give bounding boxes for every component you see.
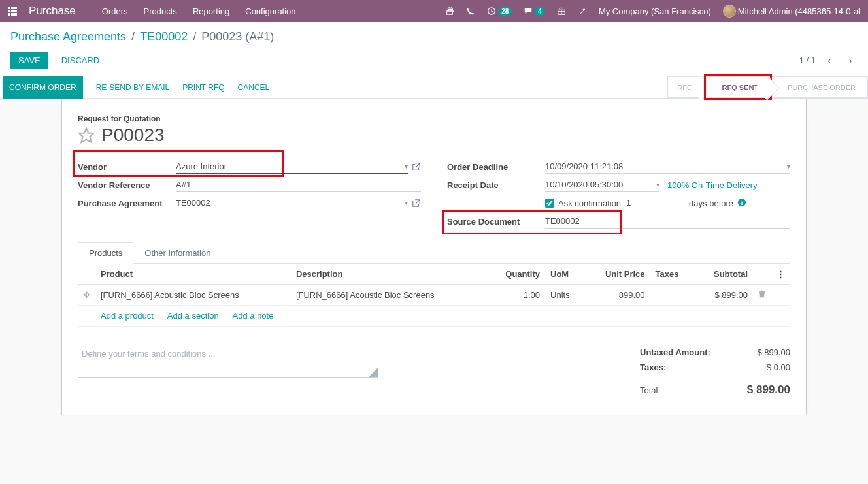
cell-subtotal: $ 899.00 [695,285,753,306]
receipt-date-field[interactable]: 10/10/2020 05:30:00 [545,180,623,189]
cell-product[interactable]: [FURN_6666] Acoustic Bloc Screens [95,285,291,306]
caret-down-icon[interactable]: ▾ [656,181,659,188]
external-link-icon[interactable] [412,162,421,171]
tab-other-info[interactable]: Other Information [133,242,222,264]
status-rfq[interactable]: RFQ [667,76,704,98]
status-rfq-sent[interactable]: RFQ Sent [706,76,770,98]
module-name[interactable]: Purchase [29,5,76,18]
user-menu[interactable]: Mitchell Admin (4485365-14-0-al [723,5,860,18]
terms-textarea[interactable]: Define your terms and conditions ... [78,345,378,378]
breadcrumb-sep: / [193,30,196,44]
col-description: Description [291,264,486,285]
pager-prev[interactable]: ‹ [822,54,837,68]
tab-products[interactable]: Products [78,242,133,264]
totals-block: Untaxed Amount: $ 899.00 Taxes: $ 0.00 T… [640,345,790,399]
vendor-field[interactable]: Azure Interior [176,161,227,171]
col-product: Product [95,264,291,285]
vendor-ref-field[interactable]: A#1 [176,180,191,189]
tabs: Products Other Information [78,242,790,264]
caret-down-icon[interactable]: ▾ [405,199,408,206]
days-before-field[interactable]: 1 [626,196,685,210]
taxes-value: $ 0.00 [767,363,790,372]
status-bar: RFQ RFQ Sent Purchase Order [667,76,868,98]
delete-row-icon[interactable] [753,285,771,306]
external-link-icon[interactable] [412,199,421,208]
ask-confirmation-label: Ask confirmation [558,199,621,208]
discard-button[interactable]: Discard [56,52,105,69]
ask-confirmation-input[interactable] [545,199,554,208]
pager-count: 1 / 1 [799,56,816,65]
form-footer: Define your terms and conditions ... Unt… [78,345,790,399]
order-deadline-label: Order Deadline [447,162,545,172]
main-menu: Orders Products Reporting Configuration [102,7,296,16]
drag-handle-icon[interactable]: ✥ [78,285,95,306]
ask-confirmation-checkbox[interactable]: Ask confirmation [545,199,621,208]
days-before-label: days before [689,199,733,208]
breadcrumb-mid[interactable]: TE00002 [140,30,188,44]
cell-quantity[interactable]: 1.00 [486,285,545,306]
taxes-label: Taxes: [640,363,666,372]
star-icon[interactable] [78,127,95,144]
cell-description[interactable]: [FURN_6666] Acoustic Bloc Screens [291,285,486,306]
cell-taxes[interactable] [650,285,695,306]
add-product-link[interactable]: Add a product [101,311,154,321]
gift-icon[interactable] [445,7,454,16]
user-name: Mitchell Admin (4485365-14-0-al [738,7,860,16]
more-columns-icon[interactable]: ⋮ [771,264,790,285]
menu-reporting[interactable]: Reporting [193,7,229,16]
cell-unit-price[interactable]: 899.00 [584,285,650,306]
form-sheet: Request for Quotation P00023 Vendor Azur… [61,99,807,415]
print-rfq-button[interactable]: Print RFQ [176,76,231,99]
col-quantity: Quantity [486,264,545,285]
phone-icon[interactable] [466,7,475,16]
table-row[interactable]: ✥ [FURN_6666] Acoustic Bloc Screens [FUR… [78,285,790,306]
save-button[interactable]: Save [10,52,48,69]
col-subtotal: Subtotal [695,264,753,285]
pager-next[interactable]: › [843,54,858,68]
pager: 1 / 1 ‹ › [799,54,858,68]
svg-marker-2 [79,128,93,142]
on-time-delivery-link[interactable]: 100% On-Time Delivery [667,180,758,190]
add-note-link[interactable]: Add a note [233,311,274,321]
confirm-order-button[interactable]: Confirm Order [3,76,83,99]
product-table: Product Description Quantity UoM Unit Pr… [78,264,790,327]
breadcrumb-sep: / [131,30,135,44]
total-value: $ 899.00 [747,383,790,396]
col-unit-price: Unit Price [584,264,650,285]
purchase-agreement-field[interactable]: TE00002 [176,198,210,208]
vendor-label: Vendor [78,162,176,172]
purchase-agreement-label: Purchase Agreement [78,199,176,208]
vendor-ref-label: Vendor Reference [78,180,176,190]
avatar [723,5,736,18]
breadcrumb-root[interactable]: Purchase Agreements [10,30,126,44]
breadcrumb-current: P00023 (A#1) [201,30,274,44]
info-icon[interactable]: i [737,198,746,209]
cell-uom[interactable]: Units [545,285,584,306]
caret-down-icon[interactable]: ▾ [787,163,790,170]
caret-down-icon[interactable]: ▾ [405,163,408,170]
status-purchase-order[interactable]: Purchase Order [772,76,868,98]
menu-products[interactable]: Products [144,7,177,16]
clock-icon[interactable]: 28 [487,7,512,16]
receipt-date-label: Receipt Date [447,180,545,190]
add-section-link[interactable]: Add a section [167,311,219,321]
control-bar: Purchase Agreements / TE00002 / P00023 (… [0,22,868,76]
breadcrumb: Purchase Agreements / TE00002 / P00023 (… [10,22,858,48]
cancel-button[interactable]: Cancel [231,76,276,99]
resend-email-button[interactable]: Re-send by Email [90,76,176,99]
order-deadline-field[interactable]: 10/09/2020 11:21:08 [545,161,623,171]
title-label: Request for Quotation [78,114,790,123]
systray: 28 4 My Company (San Francisco) Mitchell… [445,5,860,18]
menu-configuration[interactable]: Configuration [245,7,295,16]
action-bar: Confirm Order Re-send by Email Print RFQ… [0,76,868,99]
menu-orders[interactable]: Orders [102,7,128,16]
source-document-field[interactable]: TE00002 [545,216,580,226]
wrench-icon[interactable] [578,7,587,16]
gift2-icon[interactable] [557,7,566,16]
top-nav: Purchase Orders Products Reporting Confi… [0,0,868,22]
chat-icon[interactable]: 4 [524,7,545,16]
apps-icon[interactable] [8,7,17,16]
col-uom: UoM [545,264,584,285]
record-name: P00023 [101,125,165,146]
company-switcher[interactable]: My Company (San Francisco) [599,7,711,16]
